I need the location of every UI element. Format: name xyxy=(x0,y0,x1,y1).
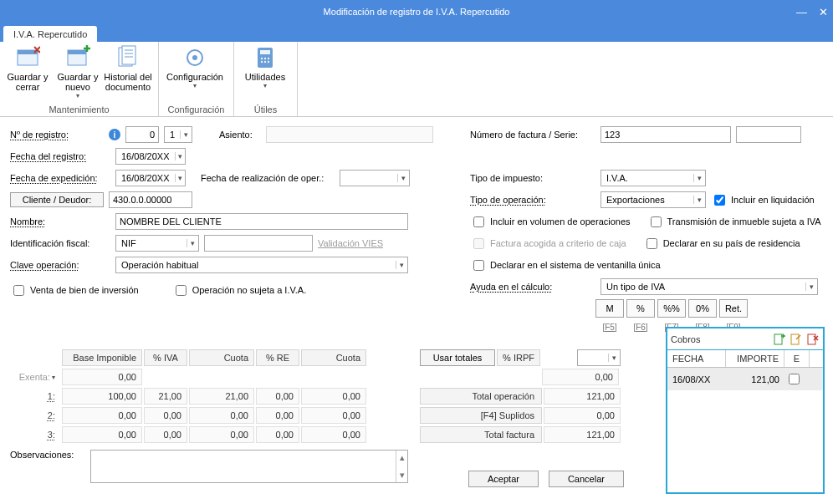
row3-label: 3: xyxy=(10,430,60,440)
fecha-realizacion-select[interactable]: ▾ xyxy=(340,170,410,186)
cobros-row-e[interactable] xyxy=(784,368,803,390)
irpf-select[interactable]: ▾ xyxy=(577,349,621,366)
svg-rect-19 xyxy=(774,334,782,344)
num-registro-serie-select[interactable]: 1▾ xyxy=(164,126,192,143)
tipo-operacion-select[interactable]: Exportaciones▾ xyxy=(600,191,706,208)
col-cuota: Cuota xyxy=(189,349,254,366)
observaciones-textarea[interactable]: ▴▾ xyxy=(90,450,408,483)
chevron-down-icon[interactable]: ▾ xyxy=(52,374,55,381)
row2-piva[interactable]: 0,00 xyxy=(144,407,187,424)
ribbon: Guardar y cerrar Guardar y nuevo ▾ Histo… xyxy=(0,42,833,117)
calc-percent2-button[interactable]: %% xyxy=(657,299,686,318)
row1-cuotare[interactable]: 0,00 xyxy=(301,388,366,405)
row3-cuota[interactable]: 0,00 xyxy=(189,426,254,443)
minimize-button[interactable]: — xyxy=(796,6,807,18)
incluir-volumen-checkbox[interactable]: Incluir en volumen de operaciones xyxy=(470,214,631,230)
save-close-icon xyxy=(15,45,40,70)
op-no-sujeta-checkbox[interactable]: Operación no sujeta a I.V.A. xyxy=(172,283,307,298)
cancelar-button[interactable]: Cancelar xyxy=(549,471,624,487)
row2-cuotare[interactable]: 0,00 xyxy=(301,407,366,424)
row1-piva[interactable]: 21,00 xyxy=(144,388,187,405)
svg-point-15 xyxy=(268,58,269,59)
guardar-nuevo-button[interactable]: Guardar y nuevo ▾ xyxy=(54,43,102,101)
cliente-input[interactable] xyxy=(109,191,192,208)
delete-cobro-icon[interactable] xyxy=(806,333,820,346)
numfact-label: Número de factura / Serie: xyxy=(470,130,595,140)
close-button[interactable]: ✕ xyxy=(819,6,828,18)
suplidos-label[interactable]: [F4] Suplidos xyxy=(420,407,542,424)
ribbon-group-label: Útiles xyxy=(238,104,294,116)
num-registro-label: Nº de registro: xyxy=(10,130,104,140)
incluir-liquidacion-checkbox[interactable]: Incluir en liquidación xyxy=(711,192,815,208)
row2-pre[interactable]: 0,00 xyxy=(256,407,299,424)
id-fiscal-valor-input[interactable] xyxy=(204,235,313,252)
chevron-down-icon: ▾ xyxy=(76,92,79,99)
utilidades-button[interactable]: Utilidades ▾ xyxy=(238,43,293,91)
svg-point-10 xyxy=(192,55,197,60)
svg-rect-12 xyxy=(260,50,270,54)
clave-operacion-select[interactable]: Operación habitual▾ xyxy=(115,257,408,273)
declarar-ventanilla-checkbox[interactable]: Declarar en el sistema de ventanilla úni… xyxy=(470,257,661,273)
fecha-registro-select[interactable]: 16/08/20XX▾ xyxy=(115,148,186,165)
nombre-input[interactable] xyxy=(115,213,408,230)
cobros-col-fecha[interactable]: FECHA xyxy=(667,350,726,367)
row1-pre[interactable]: 0,00 xyxy=(256,388,299,405)
chevron-down-icon: ▾ xyxy=(193,82,197,89)
declarar-pais-checkbox[interactable]: Declarar en su país de residencia xyxy=(643,236,800,252)
calc-m-button[interactable]: M xyxy=(595,299,624,318)
validacion-vies-link[interactable]: Validación VIES xyxy=(318,238,383,248)
usar-totales-button[interactable]: Usar totales xyxy=(420,349,495,366)
irpf-value[interactable]: 0,00 xyxy=(542,369,619,385)
cobros-col-importe[interactable]: IMPORTE xyxy=(726,350,784,367)
info-icon[interactable]: i xyxy=(109,129,120,140)
row1-base[interactable]: 100,00 xyxy=(62,388,142,405)
guardar-cerrar-button[interactable]: Guardar y cerrar xyxy=(3,43,52,94)
col-cuotare: Cuota xyxy=(301,349,366,366)
document-history-icon xyxy=(115,45,141,70)
edit-cobro-icon[interactable] xyxy=(790,333,803,346)
add-cobro-icon[interactable] xyxy=(773,333,786,346)
numfact-input[interactable] xyxy=(600,126,731,143)
calc-ret-button[interactable]: Ret. xyxy=(719,299,748,318)
row3-base[interactable]: 0,00 xyxy=(62,426,142,443)
row3-cuotare[interactable]: 0,00 xyxy=(301,426,366,443)
venta-inversion-checkbox[interactable]: Venta de bien de inversión xyxy=(10,283,139,298)
id-fiscal-tipo-select[interactable]: NIF▾ xyxy=(115,235,199,252)
aceptar-button[interactable]: Aceptar xyxy=(468,471,539,487)
row2-label: 2: xyxy=(10,410,60,420)
cobros-col-e[interactable]: E xyxy=(784,350,810,367)
svg-point-16 xyxy=(261,61,263,63)
chevron-down-icon: ▾ xyxy=(263,82,267,89)
fkey-label: [F5] xyxy=(595,323,624,332)
svg-rect-20 xyxy=(791,334,799,344)
row2-cuota[interactable]: 0,00 xyxy=(189,407,254,424)
calc-percent-button[interactable]: % xyxy=(626,299,655,318)
chevron-down-icon: ▾ xyxy=(175,152,186,160)
exenta-value[interactable]: 0,00 xyxy=(62,369,142,385)
row3-pre[interactable]: 0,00 xyxy=(256,426,299,443)
num-registro-input[interactable] xyxy=(125,126,159,143)
tab-iva-repercutido[interactable]: I.V.A. Repercutido xyxy=(3,26,97,42)
row3-piva[interactable]: 0,00 xyxy=(144,426,187,443)
suplidos-value[interactable]: 0,00 xyxy=(544,407,621,424)
id-fiscal-label: Identificación fiscal: xyxy=(10,238,110,248)
transmision-inmueble-checkbox[interactable]: Transmisión de inmueble sujeta a IVA xyxy=(647,214,821,230)
cliente-deudor-button[interactable]: Cliente / Deudor: xyxy=(10,192,104,207)
row1-cuota[interactable]: 21,00 xyxy=(189,388,254,405)
historial-button[interactable]: Historial del documento xyxy=(104,43,152,94)
configuracion-button[interactable]: Configuración ▾ xyxy=(162,43,227,91)
chevron-down-icon: ▾ xyxy=(805,283,817,291)
tipo-impuesto-select[interactable]: I.V.A.▾ xyxy=(600,170,706,186)
row2-base[interactable]: 0,00 xyxy=(62,407,142,424)
save-new-icon xyxy=(65,45,90,70)
fecha-realizacion-label: Fecha de realización de oper.: xyxy=(201,173,335,183)
numfact-serie-input[interactable] xyxy=(736,126,801,143)
ayuda-calculo-select[interactable]: Un tipo de IVA▾ xyxy=(600,278,818,295)
scrollbar[interactable]: ▴▾ xyxy=(396,451,407,482)
fecha-expedicion-select[interactable]: 16/08/20XX▾ xyxy=(115,170,186,186)
tipo-operacion-label: Tipo de operación: xyxy=(470,195,595,205)
window-title: Modificación de registro de I.V.A. Reper… xyxy=(324,7,510,17)
cobros-row[interactable]: 16/08/XX 121,00 xyxy=(667,368,823,390)
svg-point-17 xyxy=(264,61,266,63)
calc-zero-button[interactable]: 0% xyxy=(688,299,717,318)
